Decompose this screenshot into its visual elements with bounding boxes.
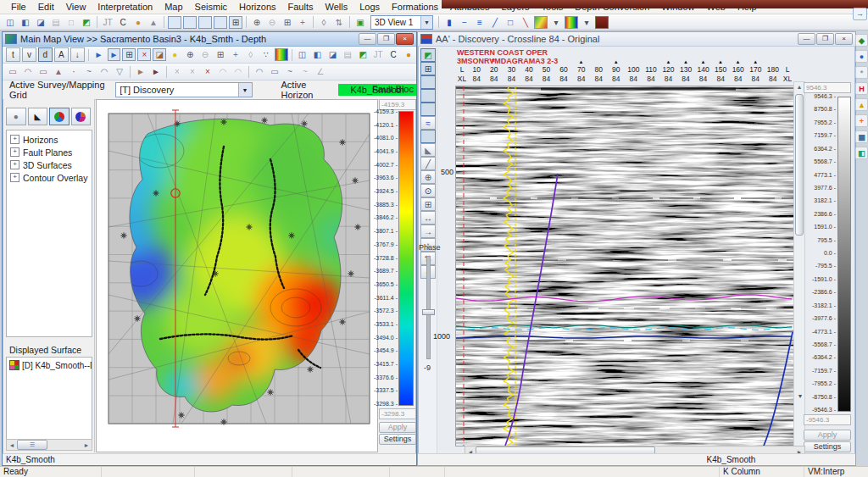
refresh-view-icon[interactable]: ▣ <box>353 16 367 29</box>
layers-module-icon[interactable]: ◧ <box>855 147 868 159</box>
arbitrary-line-view-icon[interactable] <box>214 16 227 29</box>
inline-view-icon[interactable] <box>168 16 181 29</box>
interp-arc-icon[interactable]: ◠ <box>216 65 230 78</box>
slope-tool-icon[interactable]: ╱ <box>488 16 502 29</box>
menu-interpretation[interactable]: Interpretation <box>92 1 159 13</box>
add-module-icon[interactable]: + <box>855 114 868 127</box>
tree-item-fault-planes[interactable]: +Fault Planes <box>7 146 92 158</box>
scrollbar-thumb[interactable]: ☰ <box>17 440 47 450</box>
interp-arc2-icon[interactable]: ◠ <box>231 65 245 78</box>
map-window-icon[interactable]: ◩ <box>80 16 93 29</box>
zoom-in-icon[interactable]: ⊕ <box>183 48 197 61</box>
crossline-view-icon[interactable] <box>183 16 197 29</box>
mode-button-v[interactable]: v <box>22 47 36 62</box>
tree-expand-icon[interactable]: + <box>10 147 19 157</box>
shift-right-icon[interactable]: → <box>420 225 436 238</box>
sync-scroll-icon[interactable]: ⇅ <box>332 16 346 29</box>
fault-segment-tool-icon[interactable]: ╲ <box>519 16 532 29</box>
pie2-tab-icon[interactable] <box>71 108 92 125</box>
minimize-button[interactable]: — <box>798 33 815 45</box>
trough-pick-icon[interactable]: ▽ <box>113 65 126 78</box>
zoom-in-icon[interactable]: ⊕ <box>420 170 436 184</box>
lock-icon[interactable]: ◊ <box>317 16 331 29</box>
erase-pick-icon[interactable]: × <box>170 65 184 78</box>
snap-right-icon[interactable]: ► <box>134 65 147 78</box>
mode-button-A[interactable]: A <box>54 47 69 62</box>
stretch-horizontal-icon[interactable]: ↔ <box>420 211 436 225</box>
jt-button[interactable]: JT <box>371 48 385 61</box>
wiggle-va-icon[interactable] <box>420 75 436 89</box>
jt-button[interactable]: JT <box>101 16 114 29</box>
grid-select-icon[interactable]: ⊞ <box>122 48 136 61</box>
snowflake-icon[interactable]: * <box>855 66 868 79</box>
menu-formations[interactable]: Formations <box>386 1 444 13</box>
zoom-in-icon[interactable]: ⊕ <box>250 16 264 29</box>
session-icon[interactable]: ◆ <box>855 34 868 47</box>
colormap-icon[interactable] <box>534 16 548 29</box>
amplitude-min-input[interactable]: -9546.3 <box>804 414 851 425</box>
contour-arc-icon[interactable]: ◠ <box>21 65 35 78</box>
tricolor-map-icon[interactable] <box>275 48 288 61</box>
wells-module-icon[interactable]: H <box>855 82 868 95</box>
zoom-out-icon[interactable]: ⊖ <box>198 48 212 61</box>
new-window-icon[interactable]: ◪ <box>34 16 47 29</box>
scale-wedge-icon[interactable]: ◣ <box>420 143 436 157</box>
select-wave-icon[interactable]: ► <box>108 48 121 61</box>
chevron-down-icon[interactable]: ▼ <box>420 16 432 29</box>
mode-button-t[interactable]: t <box>6 47 20 62</box>
menu-view[interactable]: View <box>60 1 92 13</box>
zoom-out-icon[interactable]: ⊙ <box>420 184 436 197</box>
globe-icon[interactable]: ● <box>855 50 868 63</box>
scrollbar-thumb[interactable] <box>795 94 804 236</box>
settings-caret-icon[interactable]: ▼ <box>796 391 804 402</box>
warning-icon[interactable]: ▲ <box>855 98 868 111</box>
document-launch-icon[interactable]: → <box>853 8 867 20</box>
zoom-extent-icon[interactable]: ⊞ <box>420 197 436 211</box>
tree-item-contour-overlay[interactable]: +Contour Overlay <box>7 171 92 184</box>
fit-section-icon[interactable]: ⊞ <box>420 62 436 75</box>
apply-button[interactable]: Apply <box>379 422 416 433</box>
tree-item-3d-surfaces[interactable]: +3D Surfaces <box>7 158 92 171</box>
snap-strong-icon[interactable]: ► <box>149 65 163 78</box>
select-arrow-icon[interactable]: ► <box>92 48 106 61</box>
map-canvas[interactable] <box>96 99 378 452</box>
contour-rect-icon[interactable]: ▭ <box>6 65 19 78</box>
timeslice-view-icon[interactable] <box>198 16 212 29</box>
mode-button-↓[interactable]: ↓ <box>70 47 85 62</box>
mode-button-d[interactable]: d <box>38 47 53 62</box>
menu-wells[interactable]: Wells <box>319 1 353 13</box>
menu-file[interactable]: File <box>5 1 32 13</box>
pan-icon[interactable]: + <box>296 16 309 29</box>
close-button[interactable]: × <box>835 33 853 45</box>
menu-edit[interactable]: Edit <box>32 1 60 13</box>
interpolate-icon[interactable]: ≈ <box>420 116 436 130</box>
contour-flat-icon[interactable]: ▭ <box>36 65 50 78</box>
window-small-icon[interactable]: □ <box>64 16 78 29</box>
line-tool-icon[interactable]: − <box>458 16 471 29</box>
grid-view-icon[interactable]: ⊞ <box>229 16 242 29</box>
map-window-titlebar[interactable]: Main Map View >> Sacramento Basin3 - K4b… <box>3 32 416 47</box>
tree-expand-icon[interactable]: + <box>10 135 19 144</box>
wiggle-display-icon[interactable]: ▮ <box>442 16 456 29</box>
menu-faults[interactable]: Faults <box>282 1 320 13</box>
new-window-icon[interactable]: ◪ <box>326 48 339 61</box>
extend-arc-icon[interactable]: ◠ <box>253 65 266 78</box>
wave-smooth-icon[interactable]: ~ <box>283 65 297 78</box>
delete-grid-icon[interactable]: × <box>137 48 151 61</box>
arc-pick-icon[interactable]: ◠ <box>97 65 111 78</box>
caret-colormap-icon[interactable]: ▾ <box>549 16 563 29</box>
dual-display-icon[interactable] <box>420 103 436 116</box>
displayed-surface-item[interactable]: [D] K4b_Smooth--Di... <box>7 359 92 371</box>
flask-icon[interactable]: ▲ <box>147 16 160 29</box>
split-horizontal-icon[interactable]: ◧ <box>311 48 325 61</box>
close-button[interactable]: × <box>396 33 414 45</box>
split-vertical-icon[interactable]: ◫ <box>296 48 309 61</box>
globe-tab-icon[interactable]: ● <box>6 108 26 125</box>
restore-button[interactable]: ❐ <box>816 33 834 45</box>
maroon-display-icon[interactable] <box>595 16 609 29</box>
zoom-extent-icon[interactable]: ⊞ <box>281 16 294 29</box>
seismic-section-canvas[interactable] <box>455 86 794 446</box>
survey-select[interactable]: [T] Discovery ▼ <box>115 82 252 97</box>
well-tools-icon[interactable]: ● <box>402 48 415 61</box>
c-button[interactable]: C <box>387 48 400 61</box>
